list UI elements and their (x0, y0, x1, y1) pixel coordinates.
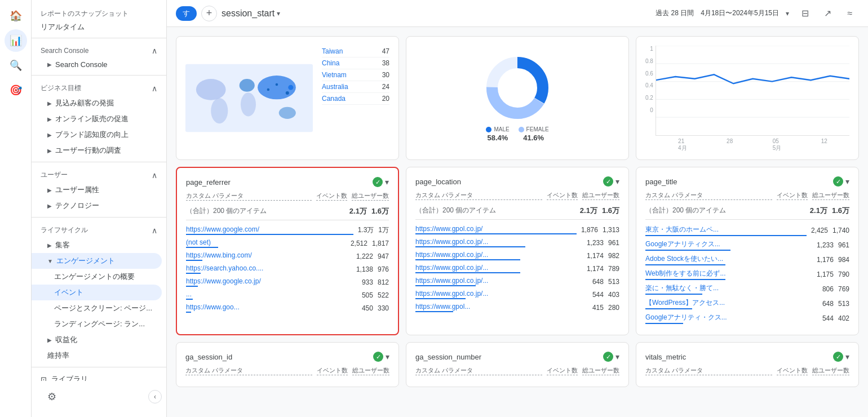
target-icon[interactable]: 🎯 (5, 79, 27, 101)
card-page_title-check: ✓ (833, 176, 843, 187)
engagement-sub-3[interactable]: ランディングページ: ラン... (32, 316, 166, 332)
settings-button[interactable]: ⚙ (41, 385, 63, 408)
user-item-0[interactable]: ▶ ユーザー属性 (32, 182, 166, 198)
main-content: す + session_start ▾ 過去 28 日間 4月18日〜2024年… (167, 0, 868, 417)
biz-chevron-icon: ∧ (152, 84, 157, 93)
lifecycle-header[interactable]: ライフサイクル ∧ (32, 221, 166, 237)
female-label: FEMALE (526, 126, 549, 132)
map-card: Taiwan 47 China 38 Vietnam 30 Australi (176, 36, 399, 160)
vitals-metric-title: vitals_metric (645, 353, 686, 361)
search-console-item[interactable]: ▶ Search Console (32, 57, 166, 72)
card-page_location-title: page_location (415, 178, 461, 186)
ga-session-id-more[interactable]: ▾ (386, 352, 389, 361)
collapse-button[interactable]: ‹ (148, 390, 162, 403)
analytics-icon[interactable]: 📊 (5, 29, 27, 52)
line-chart-card: 1 0.8 0.6 0.4 0.2 0 (636, 36, 859, 160)
card-page_location-more[interactable]: ▾ (615, 177, 619, 186)
biz-item-0[interactable]: ▶ 見込み顧客の発掘 (32, 95, 166, 111)
monetization-item[interactable]: ▶ 収益化 (32, 332, 166, 348)
home-icon[interactable]: 🏠 (5, 5, 27, 27)
female-dot (519, 127, 524, 132)
event-name-chevron[interactable]: ▾ (277, 10, 280, 17)
card-page_title: page_title ✓ ▾ カスタム パラメータ イベント数 総ユーザー数 （… (636, 167, 859, 335)
female-legend: FEMALE 41.6% (519, 126, 549, 142)
grid-view-button[interactable]: ⊟ (796, 5, 814, 23)
svg-point-10 (267, 88, 270, 91)
data-row-0-2: https://www.bing.com/ 1,222 947 (186, 250, 389, 263)
card-page_location-check: ✓ (603, 176, 613, 187)
svg-point-2 (211, 98, 228, 123)
library-item[interactable]: ⊡ ライブラリ (32, 371, 166, 381)
data-row-2-4: 楽に・無駄なく・勝て... 806 769 (645, 282, 849, 296)
biz-header[interactable]: ビジネス目標 ∧ (32, 79, 166, 95)
country-row-china: China 38 (322, 57, 389, 69)
event-chip[interactable]: す (176, 6, 197, 21)
male-label: MALE (494, 126, 509, 132)
search-console-header[interactable]: Search Console ∧ (32, 42, 166, 57)
share-button[interactable]: ↗ (818, 5, 836, 23)
divider-4 (32, 217, 166, 218)
data-row-0-6: https://www.goo... 450 330 (186, 301, 389, 314)
engagement-sub-1[interactable]: イベント (32, 285, 162, 300)
library-icon: ⊡ (41, 375, 47, 381)
data-row-2-5: 【WordPress】アクセス... 648 513 (645, 296, 849, 311)
data-row-2-3: Web制作をする前に必ず... 1,175 790 (645, 267, 849, 282)
lifecycle-item-0[interactable]: ▶ 集客 (32, 237, 166, 253)
search-icon[interactable]: 🔍 (5, 54, 27, 77)
data-row-2-0: 東京・大阪のホームペ... 2,425 1,740 (645, 223, 849, 238)
divider-5 (32, 367, 166, 367)
date-range[interactable]: 過去 28 日間 4月18日〜2024年5月15日 (656, 8, 779, 18)
male-legend: MALE 58.4% (486, 126, 509, 142)
data-row-0-3: https://search.yahoo.co.... 1,138 976 (186, 263, 389, 276)
card-page_referrer: page_referrer ✓ ▾ カスタム パラメータ イベント数 総ユーザー… (176, 167, 399, 335)
icon-sidebar: 🏠 📊 🔍 🎯 (0, 0, 32, 417)
data-row-2-6: Googleアナリティ・クス... 544 402 (645, 311, 849, 326)
female-pct: 41.6% (523, 134, 544, 142)
cards-row-main: page_referrer ✓ ▾ カスタム パラメータ イベント数 総ユーザー… (176, 167, 859, 335)
data-row-2-2: Adobe Stockを使いたい... 1,176 984 (645, 252, 849, 267)
card-page_title-more[interactable]: ▾ (845, 177, 849, 186)
date-chevron-icon[interactable]: ▾ (786, 10, 789, 17)
card-page_referrer-more[interactable]: ▾ (385, 178, 389, 187)
realtime-item[interactable]: リアルタイム (32, 20, 166, 34)
svg-point-7 (288, 85, 293, 90)
ga-session-number-card: ga_session_number ✓ ▾ カスタム パラメータ イベント数 総… (406, 342, 629, 387)
country-row-taiwan: Taiwan 47 (322, 46, 389, 57)
male-dot (486, 127, 491, 132)
card-page_referrer-check: ✓ (373, 177, 383, 187)
vitals-metric-card: vitals_metric ✓ ▾ カスタム パラメータ イベント数 総ユーザー… (636, 342, 859, 387)
biz-item-3[interactable]: ▶ ユーザー行動の調査 (32, 143, 166, 158)
svg-point-4 (241, 92, 256, 116)
more-options-button[interactable]: ≈ (841, 5, 859, 23)
world-map (185, 46, 313, 150)
data-row-1-4: https://www.gpol.co.jp/... 648 513 (415, 275, 619, 288)
biz-item-1[interactable]: ▶ オンライン販売の促進 (32, 111, 166, 127)
vitals-metric-more[interactable]: ▾ (845, 352, 849, 361)
engagement-sub-2[interactable]: ページとスクリーン: ページ... (32, 300, 166, 316)
country-list: Taiwan 47 China 38 Vietnam 30 Australi (322, 46, 389, 150)
add-button[interactable]: + (201, 6, 217, 21)
retention-item[interactable]: 維持率 (32, 348, 166, 363)
svg-point-8 (286, 91, 289, 95)
divider-1 (32, 38, 166, 38)
engagement-sub-0[interactable]: エンゲージメントの概要 (32, 269, 166, 285)
user-header[interactable]: ユーザー ∧ (32, 166, 166, 182)
data-row-1-3: https://www.gpol.co.jp/... 1,174 789 (415, 262, 619, 275)
sidebar: レポートのスナップショット リアルタイム Search Console ∧ ▶ … (32, 0, 167, 417)
engagement-item[interactable]: ▼ エンゲージメント (32, 253, 162, 269)
ga-session-number-title: ga_session_number (415, 353, 481, 361)
data-row-1-2: https://www.gpol.co.jp/... 1,174 982 (415, 249, 619, 262)
data-row-1-6: https://www.gpol... 415 280 (415, 301, 619, 314)
snap-title: レポートのスナップショット (32, 5, 166, 20)
ga-session-number-check: ✓ (603, 352, 613, 362)
svg-point-9 (276, 83, 278, 86)
data-row-1-5: https://www.gpol.co.jp/... 544 403 (415, 288, 619, 301)
divider-3 (32, 162, 166, 162)
ga-session-number-more[interactable]: ▾ (615, 352, 619, 361)
data-row-0-4: https://www.google.co.jp/ 933 812 (186, 276, 389, 289)
country-row-canada: Canada 20 (322, 93, 389, 105)
biz-item-2[interactable]: ▶ ブランド認知度の向上 (32, 127, 166, 143)
lifecycle-chevron-icon: ∧ (152, 226, 157, 235)
user-item-1[interactable]: ▶ テクノロジー (32, 198, 166, 214)
card-page_referrer-title: page_referrer (186, 178, 231, 187)
